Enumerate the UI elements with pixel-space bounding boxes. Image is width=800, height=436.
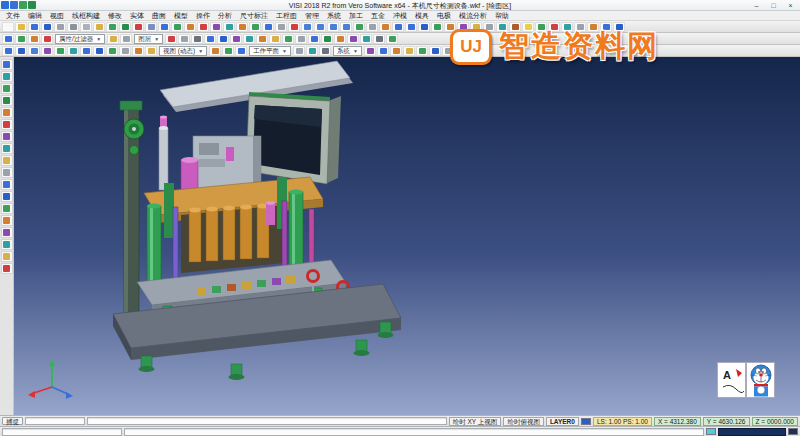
- toolbar-icon[interactable]: [442, 46, 454, 56]
- toolbar-icon[interactable]: [145, 22, 157, 32]
- toolbar-icon[interactable]: [41, 34, 53, 44]
- menu-item[interactable]: 帮助: [491, 11, 513, 21]
- toolbar-icon[interactable]: [470, 22, 482, 32]
- palette-tool-icon[interactable]: [1, 119, 13, 130]
- titlebar-icon[interactable]: [1, 1, 9, 9]
- toolbar-icon[interactable]: [217, 34, 229, 44]
- toolbar-icon[interactable]: [405, 22, 417, 32]
- toolbar-icon[interactable]: [366, 22, 378, 32]
- menu-item[interactable]: 分析: [214, 11, 236, 21]
- menu-item[interactable]: 工程图: [272, 11, 301, 21]
- toolbar-icon[interactable]: [120, 34, 132, 44]
- palette-tool-icon[interactable]: [1, 167, 13, 178]
- toolbar-icon[interactable]: [392, 22, 404, 32]
- toolbar-icon[interactable]: [184, 22, 196, 32]
- toolbar-icon[interactable]: [2, 34, 14, 44]
- menu-item[interactable]: 尺寸标注: [236, 11, 272, 21]
- toolbar-icon[interactable]: [353, 22, 365, 32]
- toolbar-icon[interactable]: [314, 22, 326, 32]
- menu-item[interactable]: 模流分析: [455, 11, 491, 21]
- toolbar-icon[interactable]: [106, 46, 118, 56]
- toolbar-icon[interactable]: [301, 22, 313, 32]
- toolbar-icon[interactable]: [535, 22, 547, 32]
- maximize-button[interactable]: □: [765, 0, 782, 10]
- toolbar-icon[interactable]: [132, 22, 144, 32]
- scale-indicator[interactable]: LS: 1.00 PS: 1.00: [593, 417, 652, 426]
- close-button[interactable]: ×: [782, 0, 799, 10]
- palette-tool-icon[interactable]: [1, 203, 13, 214]
- menu-item[interactable]: 加工: [345, 11, 367, 21]
- toolbar-icon[interactable]: [282, 34, 294, 44]
- palette-tool-icon[interactable]: [1, 191, 13, 202]
- toolbar-icon[interactable]: [80, 22, 92, 32]
- toolbar-icon[interactable]: [444, 22, 456, 32]
- toolbar-icon[interactable]: [496, 22, 508, 32]
- graphics-viewport[interactable]: A: [14, 57, 800, 415]
- toolbar-icon[interactable]: [249, 22, 261, 32]
- toolbar-icon[interactable]: [306, 46, 318, 56]
- toolbar-icon[interactable]: [288, 22, 300, 32]
- menu-item[interactable]: 电极: [433, 11, 455, 21]
- menu-item[interactable]: 管理: [301, 11, 323, 21]
- toolbar-icon[interactable]: [390, 46, 402, 56]
- toolbar-icon[interactable]: [28, 46, 40, 56]
- toolbar-icon[interactable]: [327, 22, 339, 32]
- snap-toggle[interactable]: 捕捉: [2, 417, 23, 425]
- toolbar-icon[interactable]: [377, 46, 389, 56]
- active-view-label[interactable]: 绘时 XY 上视图: [449, 417, 502, 426]
- toolbar-icon[interactable]: [222, 46, 234, 56]
- menu-item[interactable]: 曲面: [148, 11, 170, 21]
- toolbar-icon[interactable]: [243, 34, 255, 44]
- toolbar-icon[interactable]: [119, 22, 131, 32]
- toolbar-icon[interactable]: [236, 22, 248, 32]
- view-combo[interactable]: 视图 (动态)▼: [159, 46, 207, 56]
- toolbar-icon[interactable]: [165, 34, 177, 44]
- toolbar-icon[interactable]: [223, 22, 235, 32]
- menu-item[interactable]: 线框构建: [68, 11, 104, 21]
- toolbar-icon[interactable]: [548, 22, 560, 32]
- toolbar-icon[interactable]: [364, 46, 376, 56]
- toolbar-icon[interactable]: [145, 46, 157, 56]
- command-field[interactable]: [25, 417, 85, 425]
- toolbar-icon[interactable]: [15, 34, 27, 44]
- toolbar-icon[interactable]: [41, 22, 53, 32]
- toolbar-icon[interactable]: [416, 46, 428, 56]
- palette-tool-icon[interactable]: [1, 107, 13, 118]
- toolbar-icon[interactable]: [93, 46, 105, 56]
- minimize-button[interactable]: –: [748, 0, 765, 10]
- toolbar-icon[interactable]: [235, 46, 247, 56]
- toolbar-icon[interactable]: [522, 22, 534, 32]
- toolbar-icon[interactable]: [321, 34, 333, 44]
- toolbar-icon[interactable]: [386, 34, 398, 44]
- titlebar-icon[interactable]: [10, 1, 18, 9]
- toolbar-icon[interactable]: [403, 46, 415, 56]
- toolbar-icon[interactable]: [340, 22, 352, 32]
- palette-tool-icon[interactable]: [1, 131, 13, 142]
- palette-tool-icon[interactable]: [1, 95, 13, 106]
- menu-item[interactable]: 冲模: [389, 11, 411, 21]
- palette-tool-icon[interactable]: [1, 179, 13, 190]
- toolbar-icon[interactable]: [2, 46, 14, 56]
- menu-item[interactable]: 模型: [170, 11, 192, 21]
- toolbar-icon[interactable]: [275, 22, 287, 32]
- toolbar-icon[interactable]: [28, 22, 40, 32]
- toolbar-icon[interactable]: [93, 22, 105, 32]
- toolbar-icon[interactable]: [204, 34, 216, 44]
- toolbar-icon[interactable]: [54, 22, 66, 32]
- toolbar-icon[interactable]: [106, 22, 118, 32]
- toolbar-icon[interactable]: [107, 34, 119, 44]
- toolbar-icon[interactable]: [178, 34, 190, 44]
- toolbar-icon[interactable]: [41, 46, 53, 56]
- toolbar-icon[interactable]: [54, 46, 66, 56]
- toolbar-icon[interactable]: [308, 34, 320, 44]
- toolbar-icon[interactable]: [379, 22, 391, 32]
- palette-tool-icon[interactable]: [1, 251, 13, 262]
- toolbar-icon[interactable]: [455, 46, 467, 56]
- cad-model-canvas[interactable]: [14, 57, 800, 415]
- palette-tool-icon[interactable]: [1, 227, 13, 238]
- active-color-chip[interactable]: [581, 418, 591, 425]
- menu-item[interactable]: 编辑: [24, 11, 46, 21]
- palette-tool-icon[interactable]: [1, 239, 13, 250]
- workplane-combo[interactable]: 工作平面▼: [249, 46, 291, 56]
- palette-tool-icon[interactable]: [1, 263, 13, 274]
